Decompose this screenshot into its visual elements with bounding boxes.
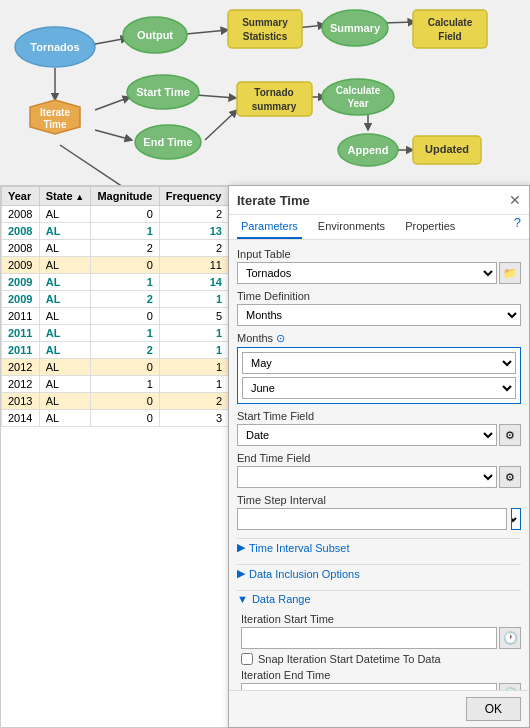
table-row[interactable]: 2012 AL 0 1 [2, 359, 229, 376]
table-row[interactable]: 2011 AL 1 1 [2, 325, 229, 342]
cell-state: AL [39, 376, 91, 393]
cell-state: AL [39, 291, 91, 308]
cell-state: AL [39, 274, 91, 291]
cell-frequency: 1 [159, 359, 228, 376]
data-range-toggle[interactable]: ▼ Data Range [237, 590, 521, 607]
time-step-unit-select[interactable]: Years [511, 508, 521, 530]
data-table-container: Year State Magnitude Frequency 2008 AL 0… [0, 185, 230, 728]
cell-year: 2008 [2, 223, 40, 240]
end-time-select[interactable] [237, 466, 497, 488]
cell-year: 2011 [2, 325, 40, 342]
input-table-label: Input Table [237, 248, 521, 260]
table-row[interactable]: 2011 AL 2 1 [2, 342, 229, 359]
svg-text:End Time: End Time [143, 136, 192, 148]
svg-text:Iterate: Iterate [40, 107, 70, 118]
start-time-row: Date ⚙ [237, 424, 521, 446]
data-inclusion-toggle[interactable]: ▶ Data Inclusion Options [237, 564, 521, 582]
time-step-input[interactable]: 1 [237, 508, 507, 530]
svg-text:Calculate: Calculate [428, 17, 473, 28]
col-frequency[interactable]: Frequency [159, 187, 228, 206]
cell-year: 2012 [2, 359, 40, 376]
table-row[interactable]: 2013 AL 0 2 [2, 393, 229, 410]
cell-magnitude: 0 [91, 206, 159, 223]
col-year[interactable]: Year [2, 187, 40, 206]
start-time-section: Start Time Field Date ⚙ [237, 410, 521, 446]
table-row[interactable]: 2014 AL 0 3 [2, 410, 229, 427]
iter-end-section: Iteration End Time 1/1/2018 🕐 [241, 669, 521, 690]
cell-magnitude: 1 [91, 223, 159, 240]
snap-start-row: Snap Iteration Start Datetime To Data [241, 653, 521, 665]
iter-start-clock-btn[interactable]: 🕐 [499, 627, 521, 649]
cell-magnitude: 1 [91, 274, 159, 291]
months-label: Months ⊙ [237, 332, 521, 345]
start-time-select[interactable]: Date [237, 424, 497, 446]
months-select-1[interactable]: May [242, 352, 516, 374]
start-time-settings-btn[interactable]: ⚙ [499, 424, 521, 446]
results-table: Year State Magnitude Frequency 2008 AL 0… [1, 186, 229, 427]
cell-frequency: 1 [159, 376, 228, 393]
svg-text:summary: summary [252, 101, 297, 112]
end-time-row: ⚙ [237, 466, 521, 488]
cell-year: 2009 [2, 274, 40, 291]
table-row[interactable]: 2009 AL 2 1 [2, 291, 229, 308]
help-icon[interactable]: ? [514, 215, 521, 239]
svg-line-0 [90, 38, 128, 45]
svg-text:Summary: Summary [330, 22, 381, 34]
time-step-section: Time Step Interval 1 Years [237, 494, 521, 530]
time-def-select[interactable]: Months [237, 304, 521, 326]
svg-line-5 [95, 130, 132, 140]
svg-text:Statistics: Statistics [243, 31, 288, 42]
cell-frequency: 2 [159, 206, 228, 223]
cell-magnitude: 0 [91, 393, 159, 410]
tab-environments[interactable]: Environments [314, 215, 389, 239]
col-state[interactable]: State [39, 187, 91, 206]
iter-start-row: 1/1/2008 🕐 [241, 627, 521, 649]
cell-magnitude: 2 [91, 342, 159, 359]
input-table-browse-btn[interactable]: 📁 [499, 262, 521, 284]
start-time-label: Start Time Field [237, 410, 521, 422]
table-row[interactable]: 2012 AL 1 1 [2, 376, 229, 393]
time-interval-toggle[interactable]: ▶ Time Interval Subset [237, 538, 521, 556]
dialog-body: Input Table Tornados 📁 Time Definition M… [229, 240, 529, 690]
cell-state: AL [39, 359, 91, 376]
cell-year: 2009 [2, 291, 40, 308]
svg-line-6 [196, 95, 236, 98]
input-table-select[interactable]: Tornados [237, 262, 497, 284]
iter-start-section: Iteration Start Time 1/1/2008 🕐 [241, 613, 521, 649]
iter-end-input[interactable]: 1/1/2018 [241, 683, 497, 690]
iter-start-input[interactable]: 1/1/2008 [241, 627, 497, 649]
time-step-row: 1 Years [237, 508, 521, 530]
cell-state: AL [39, 308, 91, 325]
time-interval-label: Time Interval Subset [249, 542, 349, 554]
iter-end-clock-btn[interactable]: 🕐 [499, 683, 521, 690]
svg-text:Output: Output [137, 29, 173, 41]
months-select-2[interactable]: June [242, 377, 516, 399]
table-row[interactable]: 2008 AL 2 2 [2, 240, 229, 257]
workflow-diagram: Tornados Output Summary Statistics Summa… [0, 0, 530, 185]
end-time-settings-btn[interactable]: ⚙ [499, 466, 521, 488]
cell-state: AL [39, 257, 91, 274]
svg-line-11 [60, 145, 150, 185]
tab-properties[interactable]: Properties [401, 215, 459, 239]
tab-parameters[interactable]: Parameters [237, 215, 302, 239]
data-range-label: Data Range [252, 593, 311, 605]
svg-text:Tornados: Tornados [30, 41, 79, 53]
col-magnitude[interactable]: Magnitude [91, 187, 159, 206]
cell-state: AL [39, 240, 91, 257]
table-row[interactable]: 2008 AL 1 13 [2, 223, 229, 240]
cell-magnitude: 0 [91, 257, 159, 274]
iterate-time-dialog: Iterate Time ✕ Parameters Environments P… [228, 185, 530, 728]
svg-text:Updated: Updated [425, 143, 469, 155]
snap-start-checkbox[interactable] [241, 653, 253, 665]
table-row[interactable]: 2008 AL 0 2 [2, 206, 229, 223]
cell-magnitude: 0 [91, 359, 159, 376]
svg-text:Summary: Summary [242, 17, 288, 28]
cell-state: AL [39, 206, 91, 223]
months-expand-icon[interactable]: ⊙ [276, 332, 285, 344]
table-row[interactable]: 2009 AL 0 11 [2, 257, 229, 274]
close-icon[interactable]: ✕ [509, 192, 521, 208]
table-row[interactable]: 2009 AL 1 14 [2, 274, 229, 291]
table-row[interactable]: 2011 AL 0 5 [2, 308, 229, 325]
ok-button[interactable]: OK [466, 697, 521, 721]
chevron-down-icon: ▼ [237, 593, 248, 605]
